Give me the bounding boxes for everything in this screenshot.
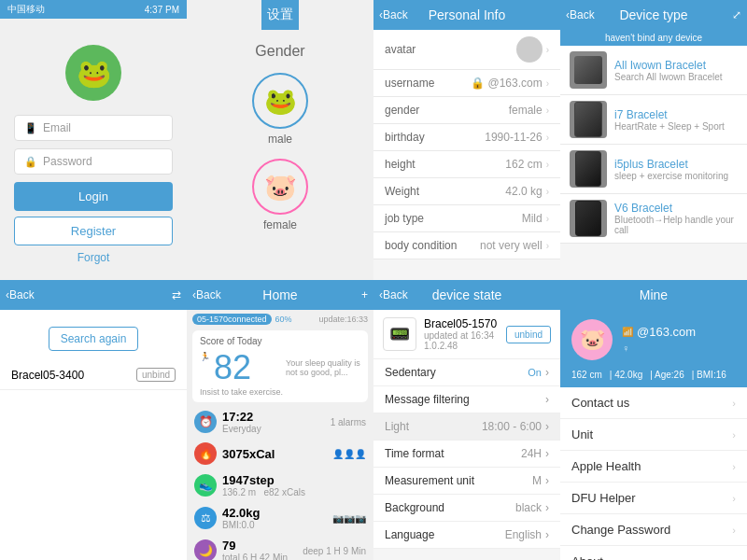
device-type-panel: ‹Back Device type ⤢ haven't bind any dev…	[560, 0, 747, 280]
state-row-timeformat[interactable]: Time format 24H ›	[374, 441, 560, 468]
personal-row-birthday[interactable]: birthday 1990-11-26 ›	[374, 124, 560, 151]
message-chevron: ›	[545, 393, 549, 406]
insist-text: Insist to take exercise.	[200, 387, 360, 397]
mine-stats-bar: 162 cm | 42.0kg | Age:26 | BMI:16	[560, 370, 747, 387]
male-option[interactable]: 🐸 male	[252, 73, 308, 146]
state-row-measureunit[interactable]: Measurement unit M ›	[374, 468, 560, 495]
personal-row-weight[interactable]: Weight 42.0 kg ›	[374, 178, 560, 205]
cal-stat-info: 3075xCal	[222, 447, 275, 461]
personal-row-avatar[interactable]: avatar ›	[374, 30, 560, 70]
stat-row-weight: ⚖ 42.0kg BMI:0.0 📷📷📷	[187, 502, 374, 535]
login-button[interactable]: Login	[14, 182, 173, 211]
password-placeholder: Password	[43, 155, 92, 168]
birthday-value: 1990-11-26 ›	[485, 131, 549, 144]
battery-text: 60%	[275, 315, 292, 324]
unbind-badge: unbind	[136, 368, 176, 382]
device-state-back-button[interactable]: ‹Back	[379, 288, 408, 301]
email-placeholder: Email	[43, 121, 71, 134]
jobtype-value: Mild ›	[522, 212, 549, 225]
mine-avatar: 🐷	[571, 319, 613, 360]
status-bar: 中国移动 4:37 PM	[0, 0, 187, 19]
personal-row-height[interactable]: height 162 cm ›	[374, 151, 560, 178]
light-label: Light	[385, 420, 409, 433]
state-row-language[interactable]: Language English ›	[374, 522, 560, 549]
email-field[interactable]: 📱 Email	[14, 115, 173, 141]
personal-row-jobtype[interactable]: job type Mild ›	[374, 205, 560, 232]
mine-stat-bmi: | BMI:16	[692, 370, 726, 380]
home-panel: ‹Back Home + 05-1570connected 60% update…	[187, 280, 374, 560]
weight-main: 42.0kg	[222, 506, 260, 520]
device-item-i5plus[interactable]: i5plus Bracelet sleep + exercise monitor…	[560, 145, 747, 194]
home-title: Home	[262, 287, 297, 302]
device-item-all[interactable]: All Iwown Bracelet Search All Iwown Brac…	[560, 46, 747, 95]
settings-title: 设置	[267, 7, 293, 23]
avatar-label: avatar	[385, 43, 416, 56]
sleep-sub: total 6 H 42 Min	[222, 553, 288, 560]
score-value: 82	[214, 348, 251, 387]
mine-menu-dfuhelper[interactable]: DFU Helper ›	[560, 483, 747, 514]
female-option[interactable]: 🐷 female	[252, 159, 308, 231]
device-info-i7: i7 Bracelet HeartRate + Sleep + Sport	[614, 108, 738, 132]
gender-text: female	[509, 104, 543, 117]
device-item-v6[interactable]: V6 Bracelet Bluetooth→Help handle your c…	[560, 194, 747, 244]
sedentary-label: Sedentary	[385, 366, 436, 379]
personal-row-gender[interactable]: gender female ›	[374, 97, 560, 124]
measureunit-value: M ›	[532, 474, 549, 487]
bodycondition-label: body condition	[385, 239, 457, 252]
forgot-link[interactable]: Forgot	[78, 251, 110, 264]
device-item-i7[interactable]: i7 Bracelet HeartRate + Sleep + Sport	[560, 95, 747, 145]
bodycondition-value: not very well ›	[480, 239, 549, 252]
sleep-main: 79	[222, 539, 288, 553]
device-type-expand-button[interactable]: ⤢	[732, 8, 741, 21]
state-row-message[interactable]: Message filtering ›	[374, 386, 560, 413]
male-label: male	[268, 133, 292, 146]
state-row-sedentary[interactable]: Sedentary On ›	[374, 359, 560, 386]
stat-row-cal: 🔥 3075xCal 👤👤👤	[187, 439, 374, 469]
measureunit-label: Measurement unit	[385, 474, 474, 487]
score-section: 🏃 82 Your sleep quality is not so good, …	[200, 348, 360, 387]
weight-text: 42.0 kg	[505, 185, 542, 198]
light-text: 18:00 - 6:00	[482, 420, 542, 433]
device-type-back-button[interactable]: ‹Back	[566, 8, 595, 21]
search-again-button[interactable]: Search again	[49, 327, 139, 351]
mine-menu-contactus-chevron: ›	[732, 398, 736, 409]
time-icon: ⏰	[194, 411, 217, 433]
mine-menu-unit-chevron: ›	[732, 429, 736, 441]
password-field[interactable]: 🔒 Password	[14, 148, 173, 175]
state-device-name: Bracel05-1570	[424, 317, 497, 330]
jobtype-label: job type	[385, 212, 424, 225]
language-label: Language	[385, 528, 434, 541]
mine-menu-unit[interactable]: Unit ›	[560, 419, 747, 451]
background-value: black ›	[515, 501, 549, 514]
sleep-icon: 🌙	[194, 539, 217, 560]
mine-menu-changepassword-chevron: ›	[732, 525, 736, 536]
search-device-item[interactable]: Bracel05-3400 unbind	[0, 360, 187, 390]
device-info-all: All Iwown Bracelet Search All Iwown Brac…	[614, 59, 738, 82]
register-button[interactable]: Register	[14, 217, 173, 245]
personal-row-bodycondition[interactable]: body condition not very well ›	[374, 232, 560, 259]
app-logo: 🐸	[65, 45, 121, 101]
time-main: 17:22	[222, 410, 261, 424]
home-add-button[interactable]: +	[361, 288, 368, 301]
mine-menu-about[interactable]: About ›	[560, 546, 747, 560]
avatar-image	[516, 36, 543, 63]
personal-row-username[interactable]: username 🔒 @163.com ›	[374, 70, 560, 97]
avatar-value: ›	[516, 36, 549, 63]
search-back-button[interactable]: ‹Back	[6, 288, 35, 301]
time-sub: Everyday	[222, 424, 261, 434]
language-value: English ›	[505, 528, 549, 541]
device-name-i5plus: i5plus Bracelet	[614, 158, 738, 171]
home-back-button[interactable]: ‹Back	[192, 288, 221, 301]
mine-menu-applehealth[interactable]: Apple Health ›	[560, 451, 747, 483]
device-name-i7: i7 Bracelet	[614, 108, 738, 121]
state-row-light[interactable]: Light 18:00 - 6:00 ›	[374, 413, 560, 441]
mine-menu-changepassword[interactable]: Change Password ›	[560, 514, 747, 546]
state-row-background[interactable]: Background black ›	[374, 495, 560, 522]
state-device-info-block: Bracel05-1570 updated at 16:34 1.0.2.48	[424, 317, 497, 351]
search-expand-button[interactable]: ⇄	[172, 288, 181, 301]
state-unbind-button[interactable]: unbind	[506, 326, 551, 343]
mine-menu-contactus[interactable]: Contact us ›	[560, 387, 747, 419]
time-text: 4:37 PM	[145, 5, 179, 15]
state-device-header: 📟 Bracel05-1570 updated at 16:34 1.0.2.4…	[374, 310, 560, 359]
personal-back-button[interactable]: ‹Back	[379, 8, 408, 21]
